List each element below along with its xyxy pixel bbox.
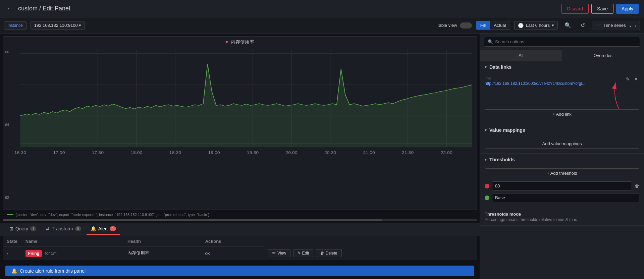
add-value-mapping-button[interactable]: Add value mappings: [485, 139, 639, 149]
instance-label: instance: [4, 21, 26, 30]
table-view-switch[interactable]: [460, 22, 472, 29]
chart-svg: 16:30 17:00 17:30 18:00 18:30 19:00 19:3…: [3, 47, 477, 157]
data-links-title: Data links: [489, 64, 639, 70]
svg-text:22:00: 22:00: [440, 150, 452, 155]
data-links-header[interactable]: ▾ Data links: [480, 61, 644, 73]
panel-type-selector[interactable]: 〰 Time series ⌄ ›: [592, 21, 640, 30]
value-mappings-title: Value mappings: [489, 127, 639, 133]
edit-alert-button[interactable]: ✎ Edit: [293, 249, 314, 257]
chart-title-text: 内存使用率: [231, 39, 254, 45]
svg-text:20:30: 20:30: [324, 150, 336, 155]
alert-table: State Name Health Actions › Firing for 1…: [3, 236, 477, 261]
alert-name-cell: 内存使用率: [123, 246, 201, 260]
overrides-tab[interactable]: Overrides: [562, 50, 644, 61]
alert-expand-cell[interactable]: ›: [3, 246, 21, 260]
svg-text:21:00: 21:00: [363, 150, 375, 155]
alert-health-cell: ok: [201, 246, 264, 260]
chart-container: ♥ 内存使用率 66 64 62: [3, 36, 477, 210]
threshold-delete-80[interactable]: 🗑: [635, 183, 639, 189]
time-picker[interactable]: 🕐 Last 6 hours ▾: [514, 21, 558, 30]
search-box[interactable]: 🔍: [484, 37, 640, 47]
tabs-bar: ⊞ Query 1 ⇄ Transform 0 🔔 Alert 1: [0, 223, 480, 236]
value-mappings-section: ▾ Value mappings Add value mappings: [480, 124, 644, 154]
table-row: › Firing for 1m 内存使用率 ok 👁 View: [3, 246, 477, 260]
zoom-button[interactable]: 🔍: [562, 21, 574, 30]
fill-actual-toggle: Fill Actual: [476, 21, 511, 30]
fill-button[interactable]: Fill: [476, 21, 490, 30]
tab-query-badge: 1: [30, 226, 36, 231]
legend-text: {cluster="dev", env="dev", export="node-…: [15, 213, 209, 217]
alert-actions-cell: 👁 View ✎ Edit 🗑 Delete: [264, 246, 477, 260]
threshold-value-80[interactable]: [492, 181, 632, 190]
main-content: ♥ 内存使用率 66 64 62: [0, 34, 644, 279]
tab-alert-badge: 1: [110, 226, 116, 231]
instance-value: 192.168.182.110:9100 ▾: [34, 23, 82, 28]
thresholds-header[interactable]: ▾ Thresholds: [480, 154, 644, 166]
panel-type-label: Time series: [603, 23, 626, 28]
tab-query-label: Query: [15, 226, 28, 231]
view-label: View: [277, 251, 286, 256]
database-icon: ⊞: [9, 226, 13, 231]
table-view-label: Table view: [437, 23, 457, 28]
tab-alert[interactable]: 🔔 Alert 1: [87, 223, 120, 235]
heart-icon: ♥: [225, 39, 228, 45]
tab-transform[interactable]: ⇄ Transform 0: [42, 223, 85, 235]
threshold-item-base: [485, 193, 639, 202]
threshold-item-80: 🗑: [485, 181, 639, 190]
alert-status-cell: Firing for 1m: [21, 246, 123, 260]
thresholds-section: ▾ Thresholds + Add threshold 🗑 Threshold…: [480, 154, 644, 226]
create-alert-label: Create alert rule from this panel: [20, 268, 86, 274]
table-view-toggle: Table view: [437, 22, 472, 29]
svg-text:19:30: 19:30: [247, 150, 259, 155]
svg-text:17:00: 17:00: [53, 150, 65, 155]
threshold-value-base[interactable]: [492, 193, 639, 202]
panel-type-chevron-right: ›: [635, 23, 636, 28]
save-button[interactable]: Save: [591, 4, 613, 14]
col-name: Name: [21, 236, 123, 247]
refresh-button[interactable]: ↺: [578, 21, 588, 30]
search-icon: 🔍: [488, 39, 493, 44]
chart-area: ♥ 内存使用率 66 64 62: [0, 34, 480, 279]
tab-transform-badge: 0: [75, 226, 81, 231]
delete-link-button[interactable]: ✕: [633, 76, 639, 82]
threshold-dot-green: [485, 196, 489, 200]
delete-alert-button[interactable]: 🗑 Delete: [316, 249, 342, 257]
red-arrow-area: [485, 86, 639, 106]
time-label: Last 6 hours: [526, 23, 550, 28]
svg-text:18:30: 18:30: [169, 150, 181, 155]
alert-bell-icon: 🔔: [91, 226, 96, 231]
threshold-dot-red: [485, 184, 489, 188]
actual-button[interactable]: Actual: [490, 21, 510, 30]
header-actions: Discard Save Apply: [561, 4, 639, 14]
red-arrow-svg: [606, 79, 626, 113]
time-chevron: ▾: [552, 23, 554, 28]
thresholds-chevron: ▾: [485, 157, 487, 162]
instance-select[interactable]: 192.168.182.110:9100 ▾: [31, 21, 85, 30]
value-mappings-header[interactable]: ▾ Value mappings: [480, 124, 644, 136]
legend-line: [7, 214, 13, 215]
pencil-icon: ✎: [298, 251, 301, 256]
create-alert-button[interactable]: 🔔 Create alert rule from this panel: [5, 266, 474, 276]
link-info: link http://192.168.182.110:3000/d/vTe4z…: [485, 76, 622, 86]
all-overrides-tabs: All Overrides: [480, 50, 644, 61]
header-left: ← custom / Edit Panel: [5, 3, 70, 14]
svg-text:18:00: 18:00: [130, 150, 142, 155]
data-links-section: ▾ Data links link http://192.168.182.110…: [480, 61, 644, 124]
status-badge: Firing: [25, 250, 42, 257]
chart-legend: {cluster="dev", env="dev", export="node-…: [3, 211, 477, 218]
tab-query[interactable]: ⊞ Query 1: [5, 223, 40, 235]
col-health: Health: [123, 236, 201, 247]
search-input[interactable]: [495, 39, 636, 44]
header: ← custom / Edit Panel Discard Save Apply: [0, 0, 644, 17]
discard-button[interactable]: Discard: [561, 4, 589, 14]
data-links-chevron: ▾: [485, 65, 487, 69]
page-title: custom / Edit Panel: [18, 5, 70, 12]
apply-button[interactable]: Apply: [616, 4, 639, 14]
all-tab[interactable]: All: [480, 50, 562, 61]
back-button[interactable]: ←: [5, 3, 15, 14]
add-threshold-button[interactable]: + Add threshold: [485, 168, 639, 178]
link-url: http://192.168.182.110:3000/d/vTe4zYc4k/…: [485, 81, 622, 86]
view-alert-button[interactable]: 👁 View: [268, 249, 290, 257]
right-panel: 🔍 All Overrides ▾ Data links link http:/…: [480, 34, 644, 279]
chart-scrollbar[interactable]: [3, 219, 477, 221]
